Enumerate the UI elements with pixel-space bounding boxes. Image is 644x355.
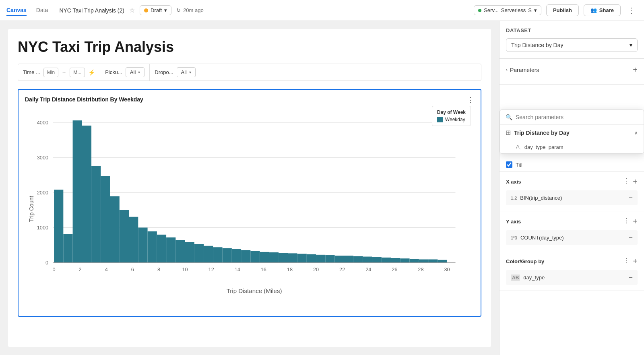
svg-rect-50	[428, 259, 438, 262]
svg-text:30: 30	[444, 266, 450, 272]
x-axis-field[interactable]: 1.2 BIN(trip_distance) −	[506, 190, 638, 205]
tab-canvas[interactable]: Canvas	[6, 5, 27, 16]
time-min-input[interactable]: Min	[43, 68, 58, 77]
color-field-left: AB day_type	[511, 275, 545, 281]
chart-title: Daily Trip Distance Distribution By Week…	[25, 96, 143, 103]
x-axis-add[interactable]: +	[633, 177, 638, 186]
dataset-select[interactable]: Trip Distance by Day ▾	[506, 38, 638, 52]
x-axis-remove[interactable]: −	[628, 194, 633, 202]
svg-rect-24	[185, 242, 194, 262]
color-field[interactable]: AB day_type −	[506, 270, 638, 285]
svg-text:26: 26	[392, 266, 397, 272]
svg-rect-21	[157, 235, 166, 263]
save-time: 20m ago	[183, 7, 204, 13]
svg-text:8: 8	[157, 266, 160, 272]
star-icon[interactable]: ☆	[129, 6, 135, 14]
dataset-chevron: ▾	[630, 42, 632, 48]
title-check-label: Titl	[516, 162, 522, 168]
svg-text:Trip Distance (Miles): Trip Distance (Miles)	[227, 287, 282, 294]
server-selector[interactable]: Serv... Serverless S ▾	[474, 5, 541, 15]
share-label: Share	[599, 7, 614, 13]
svg-text:6: 6	[131, 266, 134, 272]
more-button[interactable]: ⋮	[625, 4, 638, 17]
draft-status[interactable]: Draft ▾	[140, 5, 171, 15]
x-axis-more[interactable]: ⋮	[623, 177, 630, 186]
time-max-input[interactable]: M...	[70, 68, 85, 77]
svg-text:1000: 1000	[37, 225, 48, 231]
svg-rect-39	[325, 255, 334, 263]
svg-rect-14	[91, 166, 101, 263]
draft-chevron: ▾	[164, 7, 167, 13]
svg-rect-38	[316, 255, 325, 263]
svg-rect-12	[73, 120, 82, 262]
draft-label: Draft	[151, 7, 162, 13]
dropoff-value: All	[181, 69, 187, 75]
color-field-type-icon: AB	[511, 275, 520, 281]
svg-rect-18	[129, 217, 138, 263]
dropdown-item-dataset[interactable]: ⊞ Trip Distance by Day ∧	[500, 125, 644, 140]
svg-text:3000: 3000	[37, 155, 48, 161]
y-axis-field-type: 1²3	[511, 235, 517, 240]
svg-rect-32	[260, 252, 269, 263]
y-axis-add[interactable]: +	[633, 217, 638, 226]
dropoff-select[interactable]: All ▾	[177, 67, 196, 77]
svg-rect-19	[138, 227, 147, 262]
page-title: NYC Taxi Trip Analysis	[18, 39, 481, 56]
right-panel: Dataset Trip Distance by Day ▾ › Paramet…	[499, 21, 644, 355]
pickup-select[interactable]: All ▾	[126, 67, 144, 77]
chart-container: Daily Trip Distance Distribution By Week…	[18, 89, 481, 317]
chart-svg-wrapper: Trip Count 4000 3000 2000 1000 0	[25, 108, 474, 310]
svg-text:4000: 4000	[37, 120, 48, 126]
x-axis-section: X axis ⋮ + 1.2 BIN(trip_distance) −	[500, 171, 644, 211]
pickup-filter-label: Picku...	[105, 69, 122, 75]
svg-rect-48	[410, 259, 419, 262]
svg-rect-36	[297, 254, 307, 263]
svg-text:4: 4	[105, 266, 108, 272]
color-remove[interactable]: −	[628, 273, 633, 282]
y-axis-remove[interactable]: −	[628, 233, 633, 242]
title-checkbox[interactable]	[506, 161, 512, 168]
lightning-icon[interactable]: ⚡	[88, 69, 95, 76]
x-axis-field-left: 1.2 BIN(trip_distance)	[511, 195, 562, 201]
color-add[interactable]: +	[633, 257, 638, 266]
search-input[interactable]	[516, 114, 638, 120]
svg-rect-49	[419, 259, 428, 262]
dropdown-item-left: ⊞ Trip Distance by Day	[506, 129, 570, 136]
share-button[interactable]: 👥 Share	[584, 4, 621, 16]
params-text: Parameters	[510, 67, 539, 73]
dropoff-chevron: ▾	[189, 70, 191, 74]
svg-text:10: 10	[182, 266, 188, 272]
y-axis-more[interactable]: ⋮	[623, 217, 630, 226]
publish-button[interactable]: Publish	[546, 4, 579, 16]
y-axis-field[interactable]: 1²3 COUNT(day_type) −	[506, 230, 638, 245]
svg-text:14: 14	[235, 266, 240, 272]
params-add-button[interactable]: +	[633, 65, 638, 74]
legend-title: Day of Week	[437, 109, 466, 115]
y-axis-label: Trip Count	[28, 196, 35, 222]
server-chevron: ▾	[534, 7, 537, 13]
svg-rect-35	[288, 253, 297, 262]
dataset-value: Trip Distance by Day	[511, 42, 563, 48]
param-type-icon: A꜀	[516, 144, 521, 150]
svg-rect-43	[363, 257, 372, 263]
svg-rect-10	[54, 190, 63, 262]
time-filter-label: Time ...	[23, 69, 40, 75]
serverless-label: Serverless	[501, 7, 526, 13]
dropdown-sub-item[interactable]: A꜀ day_type_param	[500, 140, 644, 153]
svg-text:28: 28	[418, 266, 423, 272]
svg-rect-11	[63, 234, 72, 263]
params-label[interactable]: › Parameters	[506, 67, 539, 73]
svg-rect-47	[400, 258, 409, 262]
time-max-value: M...	[73, 70, 81, 75]
svg-rect-30	[241, 250, 250, 262]
chart-more-button[interactable]: ⋮	[467, 96, 474, 103]
svg-rect-26	[204, 246, 213, 263]
pickup-chevron: ▾	[138, 70, 140, 74]
tab-data[interactable]: Data	[36, 5, 48, 16]
x-axis-header: X axis ⋮ +	[506, 177, 638, 186]
x-axis-field-type: 1.2	[511, 196, 517, 200]
color-more[interactable]: ⋮	[623, 257, 630, 266]
svg-text:2000: 2000	[37, 190, 48, 196]
svg-text:0: 0	[45, 260, 48, 266]
svg-rect-22	[166, 237, 175, 263]
